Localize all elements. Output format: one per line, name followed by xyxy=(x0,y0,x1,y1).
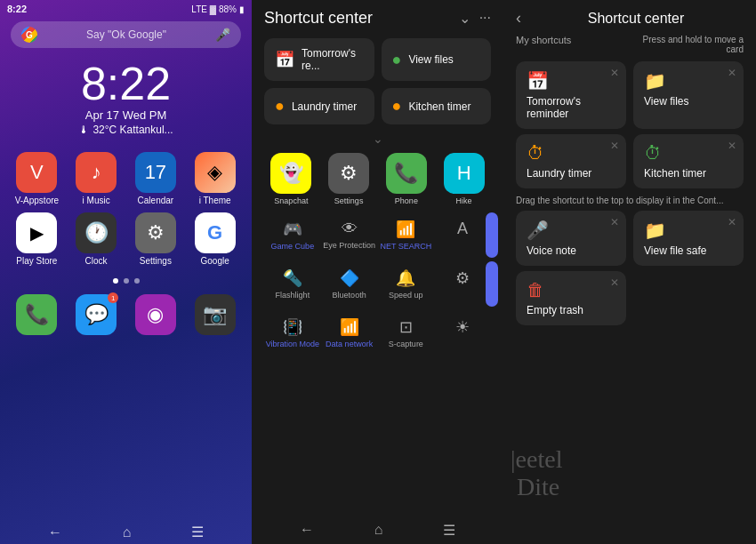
clock-date: Apr 17 Wed PM xyxy=(0,108,252,122)
watermark-text: |eetel Dite xyxy=(511,445,562,500)
sc2-card-voicenote[interactable]: 🎤 Voice note ✕ xyxy=(516,211,626,266)
sc-vibration[interactable]: 📳 Vibration Mode xyxy=(264,312,321,354)
dot-1 xyxy=(113,278,118,284)
sc2-card-filesafe[interactable]: 📁 View file safe ✕ xyxy=(633,211,744,266)
mic-icon[interactable]: 🎤 xyxy=(215,28,230,42)
home-button[interactable]: ⌂ xyxy=(123,524,132,540)
sc2-filesafe-label: View file safe xyxy=(644,244,733,257)
settings2-label: Settings xyxy=(334,196,364,205)
sc2-card-kitchen[interactable]: ⏱ Kitchen timer ✕ xyxy=(633,134,744,188)
sc2-other-grid1: 🎤 Voice note ✕ 📁 View file safe ✕ xyxy=(503,209,756,271)
sc2-nav-bar: ← ⌂ ☰ xyxy=(252,516,503,544)
sc2-viewfiles-close[interactable]: ✕ xyxy=(728,67,736,79)
sc-card-viewfiles[interactable]: ● View files xyxy=(382,38,492,81)
sc2-laundry-close[interactable]: ✕ xyxy=(610,140,619,152)
app-settings[interactable]: ⚙ Settings xyxy=(128,212,184,266)
sc2-kitchen-icon: ⏱ xyxy=(644,143,733,164)
settings2-icon: ⚙ xyxy=(328,153,369,194)
sc-controls-row1: 🎮 Game Cube 👁 Eye Protection 📶 NET SEARC… xyxy=(252,211,503,260)
sc2-my-grid1: 📅 Tomorrow's reminder ✕ 📁 View files ✕ xyxy=(503,56,756,134)
sc-scapture[interactable]: ⊡ S-capture xyxy=(378,312,435,354)
sc2-card-empty xyxy=(633,271,744,325)
kitchen-label: Kitchen timer xyxy=(408,100,470,113)
page-dots xyxy=(0,278,252,284)
itheme-icon: ◈ xyxy=(195,152,236,193)
sc2-other-grid2: 🗑 Empty trash ✕ xyxy=(503,271,756,331)
sc2-filesafe-close[interactable]: ✕ xyxy=(728,216,736,228)
sc-apps-row: 👻 Snapchat ⚙ Settings 📞 Phone H Hike xyxy=(252,148,503,211)
app-browser[interactable]: ◉ xyxy=(128,294,184,335)
itheme-label: i Theme xyxy=(199,196,231,205)
sliders-area2 xyxy=(482,261,502,307)
sc-app-hike[interactable]: H Hike xyxy=(437,153,491,205)
sliders-area xyxy=(482,212,502,258)
sc2-menu-btn[interactable]: ☰ xyxy=(443,522,455,539)
app-imusic[interactable]: ♪ i Music xyxy=(68,152,125,205)
vibration-icon: 📳 xyxy=(283,317,302,337)
search-bar[interactable]: G Say "Ok Google" 🎤 xyxy=(11,21,241,48)
app-camera[interactable]: 📷 xyxy=(187,294,243,335)
hike-icon: H xyxy=(444,153,485,194)
phone-icon: 📞 xyxy=(16,294,57,335)
volume-slider[interactable] xyxy=(486,261,498,307)
sc-gamecube[interactable]: 🎮 Game Cube xyxy=(264,214,321,256)
sc-bluetooth[interactable]: 🔷 Bluetooth xyxy=(321,263,378,305)
sc2-home-btn[interactable]: ⌂ xyxy=(374,522,383,539)
sc2-voicenote-close[interactable]: ✕ xyxy=(610,216,619,228)
sc-more-icon[interactable]: ··· xyxy=(479,10,491,27)
sc-flashlight[interactable]: 🔦 Flashlight xyxy=(264,263,321,305)
app-calendar[interactable]: 17 Calendar xyxy=(128,152,184,205)
brightness2-icon: ☀ xyxy=(455,317,470,337)
sc-card-laundry[interactable]: ● Laundry timer xyxy=(264,88,374,124)
sc2-card-viewfiles[interactable]: 📁 View files ✕ xyxy=(633,61,744,129)
phone2-label: Phone xyxy=(395,196,418,205)
app-playstore[interactable]: ▶ Play Store xyxy=(9,212,65,266)
speedup-icon: 🔔 xyxy=(396,268,415,288)
sc2-viewfiles-icon: 📁 xyxy=(644,70,733,92)
sc2-my-shortcuts-header: My shortcuts Press and hold to move a ca… xyxy=(503,31,756,56)
vappstore-label: V-Appstore xyxy=(15,196,59,205)
signal-icon: LTE ▓ xyxy=(191,4,216,14)
sc-controls-row3: 📳 Vibration Mode 📶 Data network ⊡ S-capt… xyxy=(252,308,503,357)
sc-expand-icon[interactable]: ⌄ xyxy=(459,10,470,27)
sc-card-kitchen[interactable]: ● Kitchen timer xyxy=(382,88,492,124)
sc2-emptytrash-close[interactable]: ✕ xyxy=(610,276,619,289)
playstore-label: Play Store xyxy=(16,256,57,266)
sc2-card-reminder[interactable]: 📅 Tomorrow's reminder ✕ xyxy=(516,61,626,129)
snapchat-icon: 👻 xyxy=(270,153,311,194)
sc-chevron[interactable]: ⌄ xyxy=(252,130,503,148)
sc2-kitchen-label: Kitchen timer xyxy=(644,167,733,180)
sc-app-phone[interactable]: 📞 Phone xyxy=(380,153,434,205)
sc-app-settings[interactable]: ⚙ Settings xyxy=(322,153,376,205)
sc2-card-emptytrash[interactable]: 🗑 Empty trash ✕ xyxy=(516,271,626,325)
sc-app-snapchat[interactable]: 👻 Snapchat xyxy=(264,153,318,205)
sc-eyeprotect[interactable]: 👁 Eye Protection xyxy=(321,214,378,256)
sc-header-icons: ⌄ ··· xyxy=(459,10,491,27)
google-logo: G xyxy=(21,27,37,43)
app-google[interactable]: G Google xyxy=(187,212,243,266)
app-itheme[interactable]: ◈ i Theme xyxy=(187,152,243,205)
sc2-back-icon[interactable]: ‹ xyxy=(516,9,521,28)
sc-netsearch[interactable]: 📶 NET SEARCH xyxy=(378,214,435,256)
app-messages[interactable]: 💬 1 xyxy=(68,294,125,335)
sc2-card-laundry[interactable]: ⏱ Laundry timer ✕ xyxy=(516,134,626,188)
sc2-back-btn[interactable]: ← xyxy=(300,522,314,539)
flashlight-icon: 🔦 xyxy=(283,268,302,288)
weather-text: 32°C Kattankul... xyxy=(92,124,173,136)
sc2-reminder-close[interactable]: ✕ xyxy=(610,67,619,79)
sc-brightness2[interactable]: ☀ xyxy=(434,312,491,354)
back-button[interactable]: ← xyxy=(48,524,62,540)
menu-button[interactable]: ☰ xyxy=(191,524,204,540)
app-phone[interactable]: 📞 xyxy=(9,294,65,335)
speedup-label: Speed up xyxy=(389,291,423,300)
app-vappstore[interactable]: V V-Appstore xyxy=(9,152,65,205)
weather-info: 🌡 32°C Kattankul... xyxy=(0,124,252,136)
brightness-slider[interactable] xyxy=(486,212,498,258)
sc2-kitchen-close[interactable]: ✕ xyxy=(728,140,736,152)
browser-icon: ◉ xyxy=(135,294,176,335)
sc-card-reminder[interactable]: 📅 Tomorrow's re... xyxy=(264,38,374,81)
sc-datanetwork[interactable]: 📶 Data network xyxy=(321,312,378,354)
sc-speedup[interactable]: 🔔 Speed up xyxy=(378,263,435,305)
app-clock[interactable]: 🕐 Clock xyxy=(68,212,125,266)
laundry-label: Laundry timer xyxy=(292,100,357,113)
